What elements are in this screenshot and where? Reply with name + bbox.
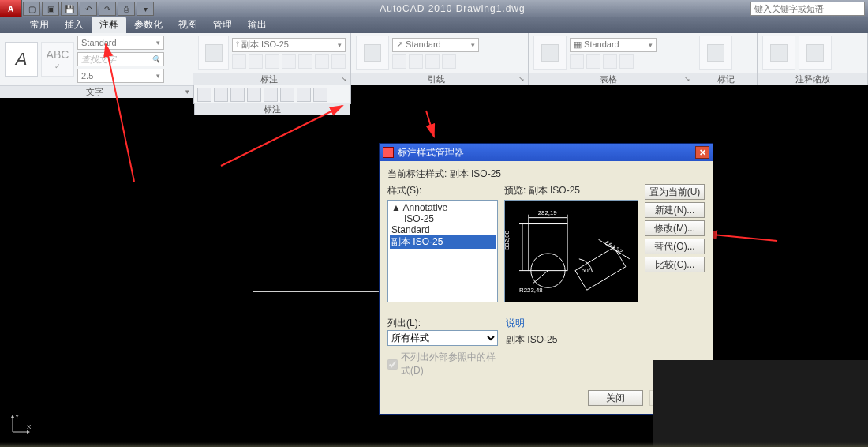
markup-big-button[interactable]: [699, 36, 732, 70]
annoscale-button2[interactable]: [799, 36, 832, 70]
dimension-subpanel: 标注: [193, 85, 351, 104]
dialog-titlebar[interactable]: 标注样式管理器 ✕: [380, 144, 713, 161]
dim-sub-icon[interactable]: [247, 88, 261, 102]
ucs-icon: Y X: [9, 411, 33, 435]
svg-line-9: [705, 234, 777, 241]
table-tool-icon[interactable]: [619, 54, 634, 69]
dim-sub-icon[interactable]: [280, 88, 294, 102]
list-item: ISO-25: [390, 213, 496, 224]
dim-tool-icon[interactable]: [282, 54, 296, 69]
dialog-title: 标注样式管理器: [398, 146, 695, 160]
dim-sub-icon[interactable]: [214, 88, 228, 102]
svg-text:664,32: 664,32: [604, 239, 623, 255]
qat-open-icon[interactable]: ▣: [42, 2, 59, 16]
chevron-down-icon: ▾: [471, 41, 475, 49]
leader-tool-icon[interactable]: [425, 54, 440, 69]
leader-style-dropdown[interactable]: ↗ Standard▾: [392, 38, 479, 52]
text-height-input[interactable]: 2.5▾: [77, 69, 164, 83]
table-tool-icon[interactable]: [570, 54, 584, 69]
panel-launcher-icon[interactable]: ↘: [518, 73, 525, 85]
table-style-dropdown[interactable]: ▦ Standard▾: [570, 38, 657, 52]
app-logo[interactable]: A: [0, 0, 22, 17]
dim-tool-icon[interactable]: [232, 54, 246, 69]
panel-launcher-icon[interactable]: ↘: [341, 73, 347, 85]
chevron-down-icon: ▾: [156, 39, 160, 47]
table-tool-icon[interactable]: [586, 54, 600, 69]
table-big-button[interactable]: [533, 36, 567, 70]
qat-new-icon[interactable]: ▢: [23, 2, 40, 16]
styles-label: 样式(S):: [387, 184, 498, 197]
panel-launcher-icon[interactable]: ▾: [185, 86, 189, 98]
tab-manage[interactable]: 管理: [205, 17, 240, 33]
ribbon-tabs: 常用 插入 注释 参数化 视图 管理 输出: [0, 17, 868, 33]
svg-text:R223,48: R223,48: [519, 287, 543, 294]
svg-line-8: [426, 111, 434, 137]
help-search-input[interactable]: [750, 2, 865, 16]
dim-tool-icon[interactable]: [249, 54, 263, 69]
list-filter-dropdown[interactable]: 所有样式: [387, 330, 498, 346]
qat-save-icon[interactable]: 💾: [61, 2, 78, 16]
set-current-button[interactable]: 置为当前(U): [645, 184, 705, 200]
tab-home[interactable]: 常用: [22, 17, 57, 33]
leader-tool-icon[interactable]: [409, 54, 423, 69]
tab-output[interactable]: 输出: [240, 17, 275, 33]
svg-text:60°: 60°: [582, 267, 591, 274]
tab-view[interactable]: 视图: [170, 17, 205, 33]
chevron-down-icon: ▾: [649, 41, 653, 49]
chevron-down-icon: ▾: [338, 41, 342, 49]
compare-button[interactable]: 比较(C)...: [645, 257, 705, 272]
new-button[interactable]: 新建(N)...: [645, 202, 705, 218]
tab-parametric[interactable]: 参数化: [126, 17, 170, 33]
styles-listbox[interactable]: ▲ Annotative ISO-25 Standard 副本 ISO-25: [387, 200, 498, 302]
close-button[interactable]: 关闭: [588, 390, 643, 406]
dim-tool-icon[interactable]: [298, 54, 312, 69]
annoscale-icon: [770, 44, 788, 62]
panel-markup-title: 标记: [717, 74, 735, 84]
dim-sub-icon[interactable]: [197, 88, 211, 102]
window-title: AutoCAD 2010 Drawing1.dwg: [155, 3, 750, 14]
panel-dimension: ⟟ 副本 ISO-25▾ 标注↘: [193, 33, 351, 85]
dimension-big-button[interactable]: [198, 36, 229, 70]
leader-tool-icon[interactable]: [392, 54, 406, 69]
table-tool-icon[interactable]: [603, 54, 617, 69]
dim-tool-icon[interactable]: [331, 54, 346, 69]
dim-sub-icon[interactable]: [297, 88, 311, 102]
svg-text:Y: Y: [15, 413, 20, 420]
text-big-button[interactable]: A: [5, 42, 38, 77]
qat-print-icon[interactable]: ⎙: [118, 2, 135, 16]
desc-label: 说明: [506, 317, 557, 330]
dim-sub-icon[interactable]: [264, 88, 278, 102]
panel-markup: 标记: [694, 33, 758, 85]
override-button[interactable]: 替代(O)...: [645, 239, 705, 254]
text-style-dropdown[interactable]: Standard▾: [77, 36, 164, 50]
annoscale-button[interactable]: [762, 36, 795, 70]
markup-icon: [707, 44, 724, 62]
qat-undo-icon[interactable]: ↶: [80, 2, 97, 16]
annoscale-icon: [806, 44, 824, 62]
svg-rect-10: [529, 224, 567, 271]
tab-insert[interactable]: 插入: [57, 17, 92, 33]
leader-tool-icon[interactable]: [442, 54, 456, 69]
modify-button[interactable]: 修改(M)...: [645, 220, 705, 236]
dim-subpanel-title: 标注: [194, 103, 350, 115]
dim-tool-icon[interactable]: [265, 54, 279, 69]
dim-style-dropdown[interactable]: ⟟ 副本 ISO-25▾: [232, 38, 346, 52]
text-check-button[interactable]: ABC✓: [41, 42, 74, 77]
panel-launcher-icon[interactable]: ↘: [684, 73, 690, 85]
dim-sub-icon[interactable]: [313, 88, 327, 102]
dim-sub-icon[interactable]: [230, 88, 245, 102]
exclude-xref-checkbox[interactable]: 不列出外部参照中的样式(D): [387, 351, 498, 378]
title-bar: A ▢ ▣ 💾 ↶ ↷ ⎙ ▾ AutoCAD 2010 Drawing1.dw…: [0, 0, 868, 17]
close-icon[interactable]: ✕: [695, 146, 709, 159]
dim-tool-icon[interactable]: [315, 54, 329, 69]
qat-redo-icon[interactable]: ↷: [99, 2, 116, 16]
qat-more-icon[interactable]: ▾: [137, 2, 154, 16]
tab-annotate[interactable]: 注释: [92, 17, 126, 33]
dim-tools-row: [232, 54, 346, 69]
svg-text:332,08: 332,08: [505, 230, 511, 250]
list-item: 副本 ISO-25: [390, 235, 496, 249]
leader-big-button[interactable]: [356, 36, 389, 70]
list-item: ▲ Annotative: [390, 202, 496, 213]
text-find-input[interactable]: 查找文字🔍: [77, 52, 164, 66]
panel-leader-title: 引线: [428, 74, 445, 84]
